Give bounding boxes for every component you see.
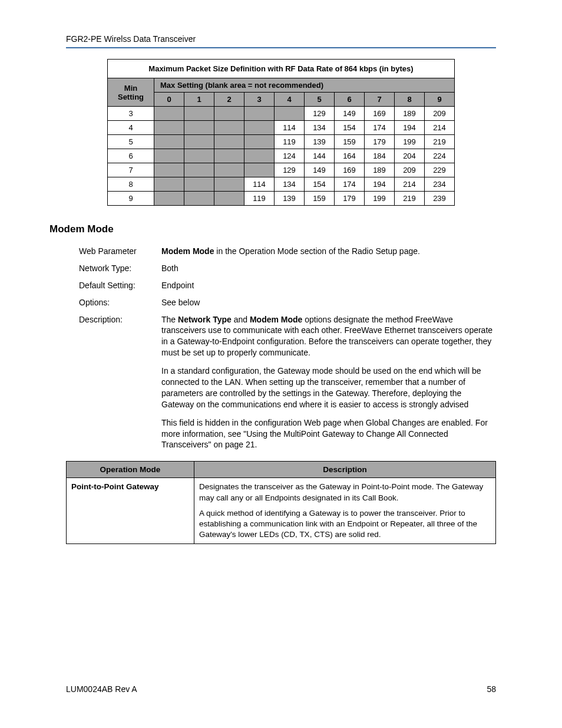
col-5: 5 xyxy=(305,93,335,107)
table-cell: 199 xyxy=(365,192,395,206)
col-2: 2 xyxy=(214,93,244,107)
table-cell: 179 xyxy=(335,192,365,206)
table-cell: 229 xyxy=(425,163,455,177)
table-rowlabel: 6 xyxy=(108,149,154,163)
table-cell xyxy=(244,163,275,177)
table-cell: 114 xyxy=(244,177,275,192)
table-cell: 219 xyxy=(395,192,425,206)
label-network-type: Network Type: xyxy=(79,263,161,274)
table-cell xyxy=(275,107,305,121)
table-cell xyxy=(184,107,214,121)
table-rowlabel: 9 xyxy=(108,192,154,206)
table-cell: 209 xyxy=(425,107,455,121)
table-cell: 179 xyxy=(365,135,395,149)
label-web-parameter: Web Parameter xyxy=(79,246,161,257)
table-cell xyxy=(154,149,184,163)
table-cell: 114 xyxy=(275,121,305,135)
table-cell: 149 xyxy=(305,163,335,177)
table-cell xyxy=(244,149,275,163)
table-cell: 239 xyxy=(425,192,455,206)
max-setting-header: Max Setting (blank area = not recommende… xyxy=(154,78,455,93)
table-cell: 164 xyxy=(335,149,365,163)
table-cell: 174 xyxy=(335,177,365,192)
col-1: 1 xyxy=(184,93,214,107)
table-cell xyxy=(214,163,244,177)
table-cell: 139 xyxy=(275,192,305,206)
table-cell xyxy=(214,135,244,149)
col-4: 4 xyxy=(275,93,305,107)
web-parameter-rest: in the Operation Mode section of the Rad… xyxy=(214,246,419,256)
col-9: 9 xyxy=(425,93,455,107)
table-cell: 204 xyxy=(395,149,425,163)
table-cell: 194 xyxy=(365,177,395,192)
value-network-type: Both xyxy=(161,263,496,274)
opmode-desc-p2: A quick method of identifying a Gateway … xyxy=(199,508,491,541)
table-cell: 134 xyxy=(305,121,335,135)
table-cell: 169 xyxy=(365,107,395,121)
table-cell: 159 xyxy=(305,192,335,206)
footer-left: LUM0024AB Rev A xyxy=(66,684,137,694)
table-cell: 144 xyxy=(305,149,335,163)
operation-mode-table: Operation Mode Description Point-to-Poin… xyxy=(66,461,496,544)
table-rowlabel: 8 xyxy=(108,177,154,192)
opmode-row-desc: Designates the transceiver as the Gatewa… xyxy=(194,478,496,544)
table-cell xyxy=(244,121,275,135)
section-heading-modem-mode: Modem Mode xyxy=(49,223,496,235)
table-cell xyxy=(214,107,244,121)
table-cell: 119 xyxy=(244,192,275,206)
value-description: The Network Type and Modem Mode options … xyxy=(161,314,496,451)
footer-right: 58 xyxy=(487,684,496,694)
label-options: Options: xyxy=(79,297,161,308)
value-default-setting: Endpoint xyxy=(161,280,496,291)
table-cell xyxy=(214,192,244,206)
web-parameter-bold: Modem Mode xyxy=(161,246,214,256)
table-cell: 214 xyxy=(425,121,455,135)
table-rowlabel: 4 xyxy=(108,121,154,135)
table-cell xyxy=(184,149,214,163)
desc-p2: In a standard configuration, the Gateway… xyxy=(161,365,496,410)
table-cell xyxy=(184,121,214,135)
table-cell: 184 xyxy=(365,149,395,163)
table-cell: 129 xyxy=(305,107,335,121)
col-7: 7 xyxy=(365,93,395,107)
table-cell xyxy=(184,163,214,177)
packet-size-table: Maximum Packet Size Definition with RF D… xyxy=(107,59,455,206)
table-cell xyxy=(154,192,184,206)
opmode-header-mode: Operation Mode xyxy=(67,462,194,478)
table-cell xyxy=(184,177,214,192)
col-6: 6 xyxy=(335,93,365,107)
table-cell xyxy=(154,121,184,135)
table-rowlabel: 5 xyxy=(108,135,154,149)
table-cell xyxy=(154,107,184,121)
desc-p1-b2: Modem Mode xyxy=(250,315,302,324)
table-cell: 194 xyxy=(395,121,425,135)
table-cell: 189 xyxy=(395,107,425,121)
table-cell xyxy=(214,149,244,163)
col-0: 0 xyxy=(154,93,184,107)
table-cell: 154 xyxy=(335,121,365,135)
header-rule xyxy=(66,47,496,48)
table-cell: 124 xyxy=(275,149,305,163)
value-options: See below xyxy=(161,297,496,308)
table-cell xyxy=(214,177,244,192)
desc-p1-mid: and xyxy=(232,315,250,324)
table-cell: 134 xyxy=(275,177,305,192)
table-cell xyxy=(244,135,275,149)
table-cell: 159 xyxy=(335,135,365,149)
table-cell: 209 xyxy=(395,163,425,177)
label-default-setting: Default Setting: xyxy=(79,280,161,291)
col-3: 3 xyxy=(244,93,275,107)
table-cell xyxy=(154,177,184,192)
table-cell: 149 xyxy=(335,107,365,121)
table-cell: 119 xyxy=(275,135,305,149)
opmode-desc-p1: Designates the transceiver as the Gatewa… xyxy=(199,482,491,503)
table-cell: 169 xyxy=(335,163,365,177)
table-rowlabel: 3 xyxy=(108,107,154,121)
table-cell: 224 xyxy=(425,149,455,163)
opmode-header-desc: Description xyxy=(194,462,496,478)
table-cell: 219 xyxy=(425,135,455,149)
table-cell: 174 xyxy=(365,121,395,135)
table-cell: 199 xyxy=(395,135,425,149)
table-cell: 234 xyxy=(425,177,455,192)
packet-table-title: Maximum Packet Size Definition with RF D… xyxy=(108,60,455,78)
